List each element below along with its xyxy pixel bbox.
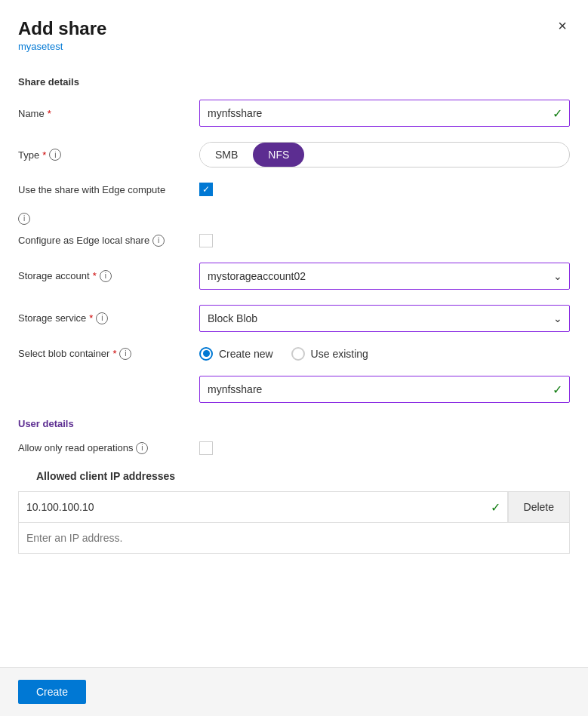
storage-service-label: Storage service * i (18, 312, 199, 324)
ip-input-cell-1: ✓ (19, 492, 508, 522)
storage-account-label: Storage account * i (18, 270, 199, 282)
blob-container-name-input[interactable] (199, 376, 570, 403)
ip-check-icon-1: ✓ (491, 499, 500, 514)
allow-read-checkbox[interactable] (199, 441, 213, 455)
dialog-header: Add share myasetest × (0, 0, 588, 64)
blob-container-name-check-icon: ✓ (553, 382, 562, 396)
storage-account-row: Storage account * i mystorageaccount02 ⌄ (18, 263, 570, 290)
storage-service-select[interactable]: Block Blob (199, 305, 570, 332)
name-row: Name * ✓ (18, 100, 570, 127)
create-new-label: Create new (219, 348, 273, 360)
ip-row-1: ✓ Delete (18, 491, 570, 523)
storage-account-control: mystorageaccount02 ⌄ (199, 263, 570, 290)
name-input[interactable] (199, 100, 570, 127)
type-info-icon[interactable]: i (49, 149, 61, 161)
allow-read-label: Allow only read operations i (18, 442, 199, 454)
ip-section: Allowed client IP addresses ✓ Delete (18, 470, 570, 554)
create-new-radio-circle (199, 347, 213, 361)
user-details-section: User details Allow only read operations … (18, 418, 570, 455)
type-toggle-group: SMB NFS (199, 142, 570, 167)
blob-container-control: Create new Use existing (199, 347, 570, 361)
allow-read-row: Allow only read operations i (18, 441, 570, 455)
dialog-subtitle: myasetest (18, 41, 570, 52)
storage-service-row: Storage service * i Block Blob ⌄ (18, 305, 570, 332)
ip-delete-button-1[interactable]: Delete (508, 492, 569, 522)
use-existing-radio-circle (291, 347, 305, 361)
ip-placeholder-input[interactable] (19, 523, 569, 553)
edge-compute-checkbox-container (199, 183, 570, 196)
edge-local-control (199, 234, 570, 247)
create-new-radio[interactable]: Create new (199, 347, 273, 361)
allow-read-info-icon[interactable]: i (136, 442, 148, 454)
edge-compute-row: Use the share with Edge compute (18, 183, 570, 196)
edge-compute-control (199, 183, 570, 196)
use-existing-label: Use existing (311, 348, 368, 360)
close-button[interactable]: × (552, 15, 573, 36)
add-share-dialog: Add share myasetest × Share details Name… (0, 0, 588, 716)
user-details-label: User details (18, 418, 570, 429)
type-label: Type * i (18, 149, 199, 161)
storage-account-info-icon[interactable]: i (100, 270, 112, 282)
use-existing-radio[interactable]: Use existing (291, 347, 368, 361)
blob-container-name-row: ✓ (18, 376, 570, 403)
blob-container-row: Select blob container * i Create new Use… (18, 347, 570, 361)
share-details-section-label: Share details (18, 76, 570, 88)
nfs-toggle[interactable]: NFS (253, 143, 304, 167)
name-label: Name * (18, 108, 199, 119)
ip-input-1[interactable] (19, 492, 508, 522)
type-control: SMB NFS (199, 142, 570, 167)
edge-compute-extra-info-icon[interactable]: i (18, 213, 30, 225)
edge-compute-checkbox[interactable] (199, 183, 213, 196)
storage-service-info-icon[interactable]: i (96, 312, 108, 324)
blob-container-name-control: ✓ (199, 376, 570, 403)
name-required: * (48, 108, 51, 119)
blob-container-info-icon[interactable]: i (119, 348, 131, 360)
storage-service-control: Block Blob ⌄ (199, 305, 570, 332)
storage-account-select-wrapper: mystorageaccount02 ⌄ (199, 263, 570, 290)
edge-local-info-icon[interactable]: i (152, 235, 165, 247)
ip-section-label: Allowed client IP addresses (36, 470, 570, 482)
storage-service-required: * (89, 312, 93, 324)
dialog-body: Share details Name * ✓ Type * i SMB NF (0, 64, 588, 667)
blob-container-radio-group: Create new Use existing (199, 347, 570, 361)
storage-account-required: * (93, 270, 97, 281)
edge-local-checkbox-container (199, 234, 570, 247)
edge-local-label: Configure as Edge local share i (18, 235, 199, 247)
ip-placeholder-row (18, 523, 570, 554)
type-required: * (42, 149, 46, 161)
edge-local-row: Configure as Edge local share i (18, 234, 570, 247)
type-row: Type * i SMB NFS (18, 142, 570, 167)
dialog-footer: Create (0, 667, 588, 716)
allow-read-control (199, 441, 570, 455)
edge-compute-label: Use the share with Edge compute (18, 184, 199, 195)
edge-local-checkbox[interactable] (199, 234, 213, 247)
blob-container-required: * (112, 348, 116, 359)
dialog-title: Add share (18, 18, 570, 39)
storage-account-select[interactable]: mystorageaccount02 (199, 263, 570, 290)
storage-service-select-wrapper: Block Blob ⌄ (199, 305, 570, 332)
blob-container-label: Select blob container * i (18, 348, 199, 360)
name-check-icon: ✓ (553, 106, 562, 121)
allow-read-checkbox-container (199, 441, 570, 455)
create-button[interactable]: Create (18, 680, 86, 704)
name-control: ✓ (199, 100, 570, 127)
smb-toggle[interactable]: SMB (200, 143, 253, 167)
